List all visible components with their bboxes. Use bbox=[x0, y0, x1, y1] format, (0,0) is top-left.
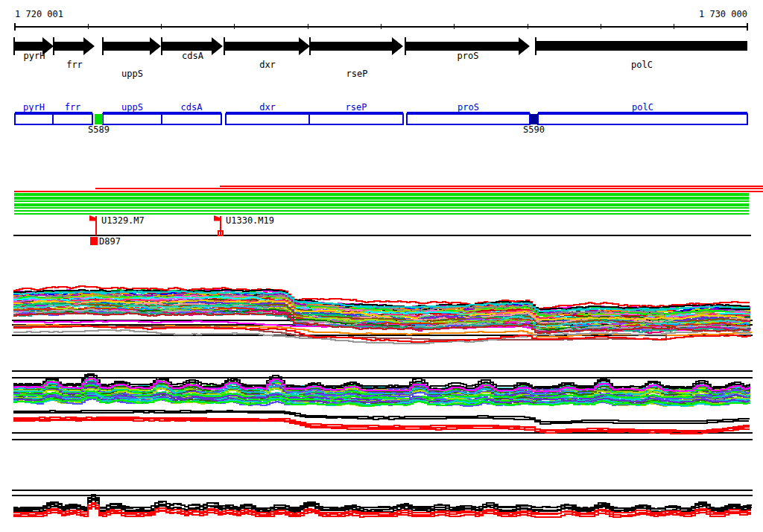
map-box-label-frr: frr bbox=[65, 103, 81, 113]
labels-layer: 1 720 001 1 730 000 pyrHfrruppScdsAdxrrs… bbox=[0, 0, 763, 532]
map-box-label-polC: polC bbox=[632, 103, 653, 113]
map-box-label-pyrH: pyrH bbox=[23, 103, 45, 113]
region-start-coordinate: 1 720 001 bbox=[15, 10, 63, 19]
region-end-coordinate: 1 730 000 bbox=[699, 10, 747, 19]
map-box-label-uppS: uppS bbox=[121, 103, 143, 113]
gene-label-pyrH: pyrH bbox=[24, 51, 45, 61]
gene-label-dxr: dxr bbox=[259, 60, 276, 70]
gene-label-uppS: uppS bbox=[121, 69, 143, 79]
gene-label-proS: proS bbox=[458, 51, 479, 61]
gene-label-cdsA: cdsA bbox=[182, 51, 203, 61]
map-box-label-proS: proS bbox=[458, 103, 479, 113]
flag-label-u1330-m19: U1330.M19 bbox=[226, 216, 274, 226]
site-marker-label-S590: S590 bbox=[523, 125, 545, 135]
flag-label-u1329-m7: U1329.M7 bbox=[101, 216, 145, 226]
gene-label-frr: frr bbox=[66, 60, 83, 70]
genome-browser-view: 1 720 001 1 730 000 pyrHfrruppScdsAdxrrs… bbox=[0, 0, 763, 532]
gene-label-polC: polC bbox=[631, 60, 653, 70]
map-box-label-dxr: dxr bbox=[259, 103, 276, 113]
deletion-label-d897: D897 bbox=[99, 237, 121, 247]
map-box-label-cdsA: cdsA bbox=[181, 103, 203, 113]
site-marker-label-S589: S589 bbox=[88, 125, 110, 135]
map-box-label-rseP: rseP bbox=[346, 103, 367, 113]
gene-label-rseP: rseP bbox=[346, 69, 368, 79]
